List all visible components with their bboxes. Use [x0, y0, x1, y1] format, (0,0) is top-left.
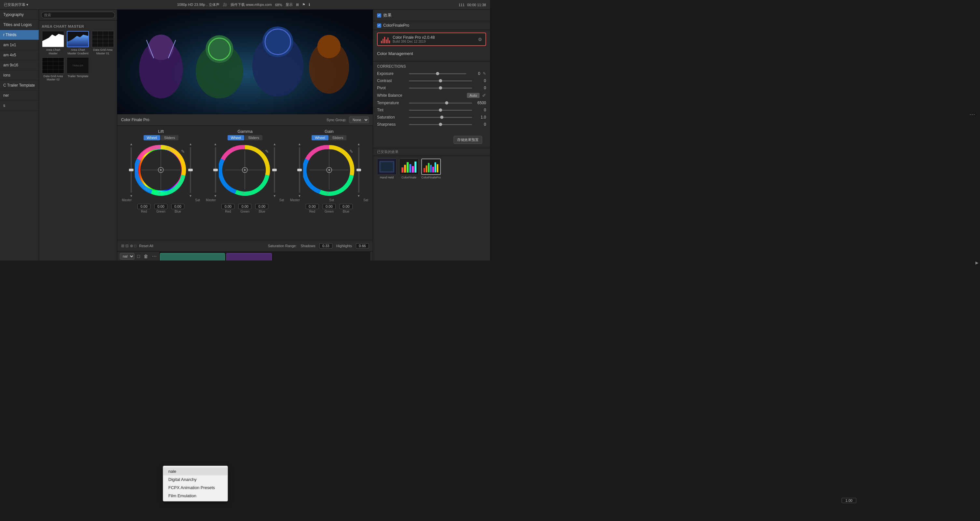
effects-item-colorfinale-pro[interactable]: ColorFinalePro	[421, 159, 441, 179]
center-area: Color Finale Pro Sync Group: None ⋯ Lift	[117, 10, 373, 260]
sidebar-item-ions[interactable]: ions	[0, 70, 39, 80]
thumb-label-area-chart-master: Area Chart Master	[42, 48, 64, 55]
gamma-right-up[interactable]: ▲	[273, 142, 276, 146]
gamma-green-input[interactable]	[238, 204, 251, 209]
effects-item-handheld[interactable]: Hand Held	[377, 159, 396, 179]
lift-color-wheel[interactable]: ✎ ↺	[135, 144, 187, 196]
tint-thumb[interactable]	[439, 108, 442, 112]
lift-sliders-tab[interactable]: Sliders	[161, 135, 178, 140]
timeline-btn-clip[interactable]: □	[136, 253, 141, 260]
saturation-slider[interactable]	[409, 117, 472, 118]
thumb-label-trailer: Trailer Template	[67, 75, 88, 78]
gamma-left-up[interactable]: ▲	[214, 142, 217, 146]
tint-slider[interactable]	[409, 110, 472, 111]
gain-right-up[interactable]: ▲	[357, 142, 360, 146]
lift-right-v-slider[interactable]	[190, 147, 191, 193]
effects-checkbox[interactable]	[377, 13, 381, 18]
sidebar-item-typography[interactable]: Typography	[0, 10, 39, 20]
contrast-slider[interactable]	[409, 80, 472, 81]
lift-left-up-arrow[interactable]: ▲	[130, 142, 133, 146]
timeline-btn-more[interactable]: ⋯	[151, 253, 158, 260]
contrast-thumb[interactable]	[439, 79, 442, 82]
sync-select[interactable]: None	[349, 116, 369, 123]
thumb-area-chart-gradient[interactable]: Area Chart Master Gradient	[67, 31, 89, 55]
installed-subtitle[interactable]: 已安装的字幕 ▾	[4, 2, 28, 7]
thumb-label-grid01: Data Grid Area Master 01	[91, 48, 114, 55]
sidebar-item-s[interactable]: s	[0, 100, 39, 111]
gain-v-slider-left[interactable]	[299, 147, 300, 193]
pivot-thumb[interactable]	[439, 86, 442, 89]
sidebar-item-thirds[interactable]: r Thirds	[0, 30, 39, 40]
lift-right-up-arrow[interactable]: ▲	[189, 142, 192, 146]
lift-left-thumb	[129, 169, 134, 171]
sidebar-item-1x1[interactable]: am 1x1	[0, 40, 39, 50]
sidebar-item-4x5[interactable]: am 4x5	[0, 50, 39, 60]
highlights-input[interactable]	[356, 243, 369, 249]
thumb-area-chart-master[interactable]: Area Chart Master	[42, 31, 64, 55]
gain-green-input[interactable]	[323, 204, 336, 209]
thumb-trailer-template[interactable]: TRAILER Trailer Template	[67, 57, 89, 82]
lift-red-input[interactable]	[137, 204, 150, 209]
timeline-track-select[interactable]: nal	[120, 253, 134, 260]
gain-left-up[interactable]: ▲	[298, 142, 301, 146]
gain-color-wheel[interactable]: ✎ ↺	[303, 144, 355, 196]
cfp-bar-3	[384, 37, 385, 43]
gamma-left-down[interactable]: ▼	[214, 194, 217, 198]
pivot-slider[interactable]	[409, 88, 472, 89]
exposure-thumb[interactable]	[436, 72, 439, 75]
sidebar-item-ner[interactable]: ner	[0, 91, 39, 100]
shadows-input[interactable]	[320, 243, 332, 249]
svg-rect-58	[407, 162, 409, 172]
gamma-sliders-tab[interactable]: Sliders	[245, 135, 262, 140]
saturation-thumb[interactable]	[440, 116, 444, 119]
lift-green-input[interactable]	[154, 204, 167, 209]
exposure-pencil-icon[interactable]: ✎	[483, 71, 486, 76]
gamma-right-slider: ▲ ▼	[273, 142, 276, 198]
thumb-img-trailer: TRAILER	[67, 57, 89, 73]
eyedropper-icon[interactable]: ✐	[482, 93, 486, 98]
wb-auto-btn[interactable]: Auto	[467, 93, 480, 98]
lift-blue-input[interactable]	[171, 204, 184, 209]
gamma-v-slider-left[interactable]	[215, 147, 216, 193]
search-input[interactable]	[41, 12, 115, 18]
sidebar-item-logos[interactable]: Titles and Logos	[0, 20, 39, 30]
thumb-data-grid-01[interactable]: Data Grid Area Master 01	[91, 31, 114, 55]
temperature-slider[interactable]	[409, 103, 472, 104]
effects-item-colorfinale[interactable]: ColorFinale	[399, 159, 419, 179]
gamma-blue-input[interactable]	[255, 204, 268, 209]
gain-sliders-tab[interactable]: Sliders	[329, 135, 347, 140]
gain-v-slider-right[interactable]	[358, 147, 360, 193]
lift-left-down-arrow[interactable]: ▼	[130, 194, 133, 198]
gamma-red-input[interactable]	[221, 204, 234, 209]
cfp-banner[interactable]: Color Finale Pro v2.0.48 Build 386 Dec 1…	[377, 33, 486, 46]
lift-left-v-slider[interactable]	[130, 147, 132, 193]
cfp-plugin-checkbox[interactable]	[377, 24, 381, 28]
sharpness-thumb[interactable]	[439, 123, 442, 126]
gain-right-down[interactable]: ▼	[357, 194, 360, 198]
contrast-label: Contrast	[377, 78, 406, 83]
gain-blue-input[interactable]	[340, 204, 353, 209]
cfp-gear-icon[interactable]: ⚙	[478, 37, 482, 42]
save-effect-preset-btn[interactable]: 存储效果预置	[453, 136, 482, 144]
gain-wheel-tab[interactable]: Wheel	[312, 135, 328, 140]
reset-all-btn[interactable]: Reset All	[139, 244, 153, 248]
gamma-color-wheel[interactable]: ✎ ↺	[219, 144, 271, 196]
gain-red-input[interactable]	[306, 204, 319, 209]
timeline-clip-teal[interactable]	[160, 253, 225, 260]
timeline-clip-purple[interactable]	[226, 253, 272, 260]
exposure-slider[interactable]	[409, 73, 466, 74]
sidebar-item-trailer[interactable]: C Trailer Template	[0, 80, 39, 91]
lift-right-down-arrow[interactable]: ▼	[189, 194, 192, 198]
gamma-wheel-tab[interactable]: Wheel	[228, 135, 244, 140]
gamma-right-down[interactable]: ▼	[273, 194, 276, 198]
timeline-btn-delete[interactable]: 🗑	[142, 253, 150, 260]
sidebar-item-9x16[interactable]: am 9x16	[0, 60, 39, 70]
display-btn[interactable]: 显示	[286, 2, 293, 7]
sharpness-slider[interactable]	[409, 124, 472, 125]
tint-row: Tint 0	[377, 108, 486, 112]
gain-left-down[interactable]: ▼	[298, 194, 301, 198]
temperature-thumb[interactable]	[445, 101, 448, 105]
gamma-v-slider-right[interactable]	[274, 147, 275, 193]
thumb-data-grid-02[interactable]: Data Grid Area Master 02	[42, 57, 64, 82]
lift-wheel-tab[interactable]: Wheel	[143, 135, 160, 140]
